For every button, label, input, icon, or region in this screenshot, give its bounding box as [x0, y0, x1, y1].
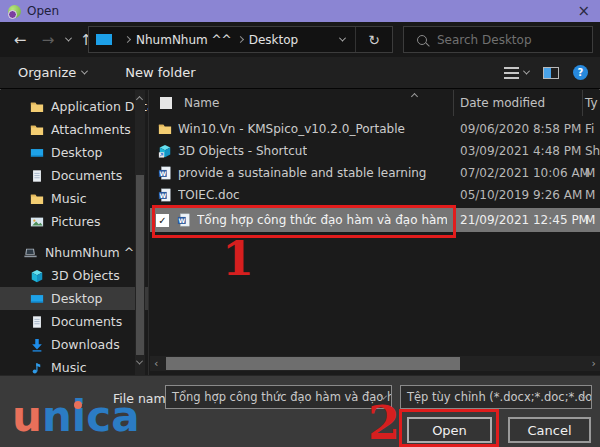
- sidebar-item-music[interactable]: Music: [0, 356, 149, 375]
- file-name: Win10.Vn - KMSpico_v10.2.0_Portable: [178, 122, 405, 136]
- forward-button[interactable]: →: [36, 22, 60, 57]
- column-divider[interactable]: [453, 90, 454, 116]
- file-type: M: [585, 166, 595, 180]
- scroll-right-icon[interactable]: ›: [592, 357, 596, 370]
- sidebar-item-label: Pictures: [51, 214, 101, 229]
- scroll-left-icon[interactable]: ‹: [154, 357, 158, 370]
- column-header-date-modified[interactable]: Date modified: [460, 96, 545, 110]
- help-icon[interactable]: ?: [573, 65, 588, 80]
- chevron-down-icon: [81, 68, 88, 75]
- open-dialog: Open × ← → ↑ NhumNhum ^^ Desktop ↻ Searc…: [0, 0, 600, 447]
- details-view-icon: [504, 67, 519, 79]
- annotation-number-1: 1: [222, 236, 254, 282]
- file-type: Fi: [585, 122, 594, 136]
- sidebar-item-music-user[interactable]: Music: [0, 187, 149, 210]
- horizontal-scrollbar[interactable]: ‹ ›: [150, 356, 600, 371]
- sidebar-item-3d-objects[interactable]: 3D Objects: [0, 264, 149, 287]
- sidebar-item-attachments[interactable]: Attachments: [0, 118, 149, 141]
- chevron-right-icon: [237, 36, 244, 43]
- window-title: Open: [27, 4, 59, 18]
- logo-letter: c: [86, 396, 111, 438]
- file-date: 05/10/2019 9:26 AM: [460, 188, 582, 202]
- document-icon: [30, 169, 44, 183]
- file-date: 09/06/2020 8:58 PM: [460, 122, 581, 136]
- desktop-icon: [30, 292, 44, 306]
- address-dropdown-icon[interactable]: [339, 35, 346, 42]
- annotation-number-2: 2: [368, 400, 400, 446]
- sidebar-scrollbar-thumb[interactable]: [136, 175, 144, 355]
- search-box[interactable]: Search Desktop: [403, 26, 593, 53]
- select-all-checkbox[interactable]: [160, 97, 172, 109]
- desktop-icon: [96, 34, 112, 45]
- file-row[interactable]: Win10.Vn - KMSpico_v10.2.0_Portable 09/0…: [150, 118, 600, 140]
- logo-letter: i: [72, 396, 86, 438]
- file-date: 21/09/2021 12:45 PM: [460, 213, 589, 227]
- document-icon: [30, 315, 44, 329]
- sidebar-item-label: Desktop: [51, 291, 103, 306]
- column-divider[interactable]: [582, 90, 583, 116]
- file-type: Sh: [585, 144, 600, 158]
- sidebar-item-label: Downloads: [51, 337, 120, 352]
- search-placeholder: Search Desktop: [437, 33, 532, 47]
- navigation-sidebar: Application Data Attachments Desktop Doc…: [0, 90, 149, 375]
- chevron-right-icon: [124, 36, 131, 43]
- organize-button[interactable]: Organize: [18, 65, 87, 80]
- sidebar-item-documents[interactable]: Documents: [0, 310, 149, 333]
- horizontal-scrollbar-thumb[interactable]: [166, 357, 460, 370]
- file-name-value: Tổng hợp công thức đạo hàm và đạo h: [172, 390, 392, 404]
- folder-icon: [30, 100, 44, 114]
- sidebar-item-label: 3D Objects: [51, 268, 120, 283]
- file-type-dropdown[interactable]: Tệp tùy chỉnh (*.docx;*.doc;*.do: [400, 385, 592, 409]
- recent-locations-button[interactable]: [60, 22, 76, 57]
- file-row[interactable]: W TOIEC.doc 05/10/2019 9:26 AM M: [150, 184, 600, 206]
- folder-icon: [30, 123, 44, 137]
- breadcrumb-item-desktop[interactable]: Desktop: [249, 33, 299, 47]
- new-folder-button[interactable]: New folder: [125, 65, 195, 80]
- address-bar[interactable]: NhumNhum ^^ Desktop ↻: [88, 26, 393, 53]
- folder-icon: [30, 192, 44, 206]
- sort-ascending-icon: [411, 93, 418, 100]
- cancel-button[interactable]: Cancel: [508, 417, 591, 443]
- logo-letter: a: [111, 396, 139, 438]
- file-name: 3D Objects - Shortcut: [178, 144, 307, 158]
- sidebar-item-this-pc[interactable]: NhumNhum ^^: [0, 241, 149, 264]
- chevron-down-icon: [64, 35, 71, 42]
- column-header-type[interactable]: Ty: [585, 96, 598, 110]
- file-type: M: [585, 213, 595, 227]
- word-document-icon: W: [158, 166, 172, 180]
- back-button[interactable]: ←: [8, 22, 32, 57]
- search-icon: [417, 35, 427, 45]
- sidebar-item-downloads[interactable]: Downloads: [0, 333, 149, 356]
- word-document-icon: W: [158, 188, 172, 202]
- cube-icon: [30, 269, 44, 283]
- file-type: M: [585, 188, 595, 202]
- pictures-icon: [30, 215, 44, 229]
- sidebar-item-desktop-user[interactable]: Desktop: [0, 141, 149, 164]
- preview-pane-icon[interactable]: [543, 67, 559, 79]
- sidebar-item-label: Documents: [51, 168, 122, 183]
- file-row[interactable]: 3D Objects - Shortcut 03/09/2021 4:48 PM…: [150, 140, 600, 162]
- logo-letter: u: [12, 396, 42, 438]
- file-row[interactable]: W provide a sustainable and stable learn…: [150, 162, 600, 184]
- sidebar-item-label: Desktop: [51, 145, 103, 160]
- file-date: 07/02/2021 10:06 AM: [460, 166, 590, 180]
- column-header-name[interactable]: Name: [184, 96, 219, 110]
- annotation-box-step1: [152, 205, 456, 238]
- sidebar-item-application-data[interactable]: Application Data: [0, 95, 149, 118]
- file-name-input[interactable]: Tổng hợp công thức đạo hàm và đạo h: [165, 385, 392, 409]
- sidebar-item-desktop[interactable]: Desktop: [0, 287, 149, 310]
- laptop-icon: [23, 246, 38, 260]
- unica-logo: unica: [12, 396, 139, 438]
- desktop-icon: [30, 146, 44, 160]
- change-view-button[interactable]: [504, 67, 529, 79]
- file-name: TOIEC.doc: [178, 188, 240, 202]
- sidebar-item-label: Music: [51, 360, 87, 375]
- file-name: provide a sustainable and stable learnin…: [178, 166, 428, 180]
- annotation-box-step2: [399, 409, 499, 447]
- breadcrumb-item-user[interactable]: NhumNhum ^^: [136, 33, 232, 47]
- sidebar-item-documents-user[interactable]: Documents: [0, 164, 149, 187]
- file-type-value: Tệp tùy chỉnh (*.docx;*.doc;*.do: [407, 390, 592, 404]
- refresh-icon[interactable]: ↻: [356, 32, 392, 48]
- sidebar-item-pictures[interactable]: Pictures: [0, 210, 149, 233]
- close-icon[interactable]: ×: [575, 4, 592, 19]
